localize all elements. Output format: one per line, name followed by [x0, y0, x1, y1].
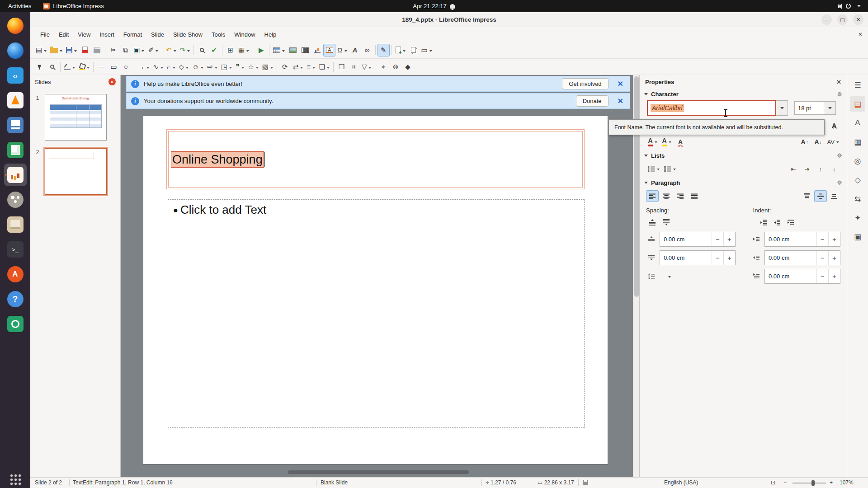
insert-line-button[interactable]: ─ — [95, 61, 108, 73]
dock-item-impress[interactable] — [4, 164, 27, 186]
menu-file[interactable]: File — [36, 29, 54, 40]
undo-button[interactable]: ↶ — [164, 44, 178, 56]
tab-shapes[interactable]: ◇ — [850, 172, 865, 188]
first-line-indent-minus-button[interactable]: − — [816, 269, 828, 283]
fit-slide-button[interactable]: ⊡ — [771, 479, 775, 486]
font-size-input[interactable]: 18 pt — [794, 101, 824, 115]
align-top-button[interactable] — [801, 190, 813, 202]
zoom-level-status[interactable]: 107% — [840, 479, 854, 486]
character-shadow-button[interactable]: A — [828, 120, 840, 131]
activities-button[interactable]: Activities — [0, 3, 39, 9]
system-tray[interactable] — [838, 4, 868, 9]
decrease-paragraph-spacing-button[interactable] — [660, 216, 673, 228]
highlight-color-button[interactable]: A — [660, 136, 673, 148]
tab-styles[interactable]: A — [850, 115, 865, 131]
slide-layout-status[interactable]: Blank Slide — [321, 479, 348, 486]
body-placeholder[interactable]: ● Click to add Text — [168, 199, 585, 428]
spacing-above-field[interactable]: 0.00 cm − + — [660, 232, 736, 247]
slides-panel-close-button[interactable]: ✕ — [108, 78, 116, 85]
insert-fontwork-button[interactable]: A — [349, 44, 361, 56]
image-filter-button[interactable]: ▽ — [360, 61, 373, 73]
shadow-button[interactable]: ❐ — [335, 61, 348, 73]
language-status[interactable]: English (USA) — [664, 479, 698, 486]
indent-before-field[interactable]: 0.00 cm − + — [764, 232, 840, 247]
export-pdf-button[interactable] — [79, 44, 91, 56]
increase-indent-button[interactable] — [757, 216, 770, 228]
curve-button[interactable]: ∿ — [151, 61, 165, 73]
rotate-button[interactable]: ⟳ — [279, 61, 291, 73]
3d-objects-button[interactable]: ▧ — [260, 61, 275, 73]
dock-item-terminal[interactable]: >_ — [4, 238, 27, 261]
tab-animation[interactable]: ✦ — [850, 210, 865, 225]
first-line-indent-plus-button[interactable]: + — [828, 269, 840, 283]
callouts-button[interactable]: ❞ — [234, 61, 246, 73]
basic-shapes-button[interactable]: ◇ — [177, 61, 191, 73]
insert-hyperlink-button[interactable]: ∞ — [361, 44, 373, 56]
select-button[interactable] — [34, 61, 46, 73]
display-grid-button[interactable]: ⊞ — [224, 44, 236, 56]
menu-window[interactable]: Window — [230, 29, 259, 40]
demote-button[interactable]: ⇥ — [801, 163, 813, 175]
dock-item-gimp[interactable] — [4, 188, 27, 211]
get-involved-button[interactable]: Get involved — [562, 78, 608, 89]
spacing-below-field[interactable]: 0.00 cm − + — [660, 250, 736, 265]
spacing-above-plus-button[interactable]: + — [723, 232, 735, 246]
maximize-button[interactable]: ▢ — [837, 14, 848, 25]
dock-item-help[interactable]: ? — [4, 288, 27, 310]
menu-slide-show[interactable]: Slide Show — [169, 29, 207, 40]
character-spacing-button[interactable]: AV — [826, 136, 840, 148]
save-button[interactable] — [64, 44, 79, 56]
menu-edit[interactable]: Edit — [54, 29, 73, 40]
slide-canvas[interactable]: Online Shopping ● Click to add Text — [143, 116, 608, 465]
ordered-list-button[interactable] — [662, 163, 677, 175]
dock-item-ubuntu-software[interactable]: A — [4, 263, 27, 286]
insert-special-character-button[interactable]: Ω — [335, 44, 349, 56]
dock-item-vscode[interactable]: ‹› — [4, 64, 27, 87]
vertical-scrollbar-handle[interactable] — [634, 76, 639, 297]
menu-help[interactable]: Help — [260, 29, 281, 40]
zoom-in-button[interactable]: + — [830, 479, 833, 486]
toggle-extrusion-button[interactable]: ◆ — [401, 61, 414, 73]
close-window-button[interactable]: ✕ — [853, 14, 863, 25]
flip-button[interactable]: ⇄ — [291, 61, 305, 73]
zoom-pan-button[interactable] — [46, 61, 58, 73]
sidebar-settings-button[interactable]: ☰ — [850, 77, 865, 93]
tab-slide-transition[interactable]: ⇆ — [850, 191, 865, 206]
dock-item-thunderbird[interactable] — [4, 39, 27, 62]
dock-item-utility[interactable] — [4, 313, 27, 335]
new-button[interactable]: ▤ — [34, 44, 48, 56]
ellipse-button[interactable]: ○ — [120, 61, 132, 73]
connector-button[interactable]: ⌐ — [165, 61, 177, 73]
infobar-close-button[interactable]: ✕ — [618, 80, 623, 88]
indent-before-minus-button[interactable]: − — [816, 232, 828, 246]
zoom-slider-handle[interactable] — [811, 480, 815, 486]
title-placeholder[interactable]: Online Shopping — [168, 131, 583, 188]
edit-points-button[interactable]: ⌖ — [377, 61, 389, 73]
print-button[interactable] — [91, 44, 103, 56]
font-name-input[interactable]: ArialCalibri — [647, 100, 776, 116]
indent-before-plus-button[interactable]: + — [828, 232, 840, 246]
donate-button[interactable]: Donate — [576, 95, 609, 107]
insert-textbox-button[interactable]: A — [323, 44, 335, 56]
insert-chart-button[interactable] — [311, 44, 323, 56]
character-section-header[interactable]: Character ☸ — [640, 89, 847, 99]
tab-master-slides[interactable]: ▣ — [850, 229, 865, 244]
first-line-indent-field[interactable]: 0.00 cm − + — [764, 269, 840, 284]
selected-title-text[interactable]: Online Shopping — [171, 151, 264, 168]
clock[interactable]: Apr 21 22:17 — [413, 3, 455, 9]
redo-button[interactable]: ↷ — [178, 44, 192, 56]
menu-tools[interactable]: Tools — [207, 29, 230, 40]
zoom-out-button[interactable]: − — [783, 479, 787, 486]
indent-after-minus-button[interactable]: − — [816, 251, 828, 265]
properties-close-button[interactable]: ✕ — [836, 79, 841, 85]
indent-after-plus-button[interactable]: + — [828, 251, 840, 265]
arrange-button[interactable]: ❏ — [317, 61, 331, 73]
character-dialog-button[interactable]: A — [674, 136, 687, 148]
insert-image-button[interactable] — [287, 44, 299, 56]
lists-section-header[interactable]: Lists ☸ — [640, 150, 847, 161]
find-replace-button[interactable] — [196, 44, 208, 56]
line-color-button[interactable] — [62, 61, 77, 73]
align-justify-button[interactable] — [688, 190, 701, 202]
slide-1-thumbnail[interactable]: Sustainable Energy — [45, 94, 107, 141]
increase-font-size-button[interactable]: A↑ — [798, 136, 811, 148]
